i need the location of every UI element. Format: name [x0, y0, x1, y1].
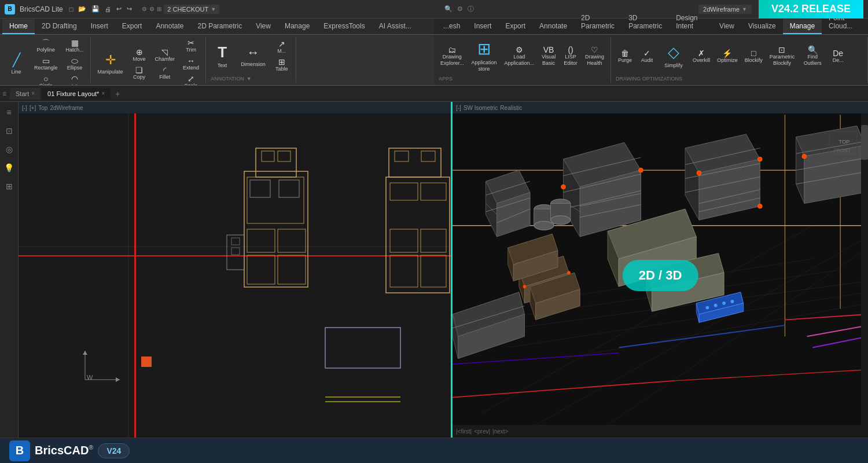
svg-point-120: [567, 271, 571, 274]
fillet-tool[interactable]: ◜ Fillet: [152, 64, 178, 82]
tab-manage-r[interactable]: Manage: [783, 19, 822, 34]
drawing-explorer-icon: 🗂: [448, 46, 456, 54]
tab-view-left[interactable]: View: [249, 19, 278, 34]
vp3d-scrollbar[interactable]: [861, 113, 868, 438]
load-application-tool[interactable]: ⚙ LoadApplication...: [502, 44, 538, 68]
vp2d-wireframe-btn[interactable]: 2dWireframe: [50, 105, 83, 111]
checkout-label: 2 CHECKOUT: [167, 6, 208, 13]
tab-insert-r[interactable]: Insert: [467, 19, 498, 34]
dimension-tool[interactable]: ↔ Dimension: [237, 43, 269, 69]
ribbon-section-draw: ╱ Line ⌒ Polyline ▭ Rectangle ○ Circle: [0, 37, 91, 83]
copy-tool[interactable]: ❏ Copy: [129, 64, 150, 82]
tab-export-r[interactable]: Export: [498, 19, 532, 34]
tab-fixture-layout[interactable]: 01 Fixture Layout* ×: [42, 88, 111, 100]
prev-nav-btn[interactable]: <prev|: [474, 428, 490, 435]
table-tool[interactable]: ⊞ Table: [271, 56, 292, 74]
drawing-explorer-tool[interactable]: 🗂 DrawingExplorer...: [437, 44, 467, 68]
manipulate-tool[interactable]: ✛ Manipulate: [94, 50, 127, 77]
tab-3dparam-r[interactable]: 3D Parametric: [621, 11, 669, 34]
document-tabs: ≡ Start × 01 Fixture Layout* × +: [0, 86, 868, 102]
overkill-tool[interactable]: ✗ Overkill: [690, 47, 713, 65]
visual-basic-tool[interactable]: VB VisualBasic: [538, 44, 559, 68]
de-tool[interactable]: De De...: [827, 47, 848, 65]
tab-2dparam-r[interactable]: 2D Parametric: [574, 11, 621, 34]
close-start-tab[interactable]: ×: [31, 90, 35, 97]
rectangle-tool[interactable]: ▭ Rectangle: [31, 55, 61, 72]
find-outliers-tool[interactable]: 🔍 FindOutliers: [799, 44, 826, 68]
info-icon: ⓘ: [468, 5, 474, 13]
chamfer-tool[interactable]: ◹ Chamfer: [152, 46, 178, 64]
ellipse-tool[interactable]: ⬭ Ellipse: [63, 55, 87, 72]
parametric-blockify-tool[interactable]: ⊡ ParametricBlockify: [767, 44, 798, 68]
tab-express[interactable]: ExpressTools: [317, 19, 372, 34]
open-btn[interactable]: 📂: [76, 4, 88, 14]
print-btn[interactable]: 🖨: [103, 5, 113, 14]
undo-btn[interactable]: ↩: [115, 4, 123, 14]
application-store-tool[interactable]: ⊞ Applicationstore: [468, 37, 501, 75]
drawing-health-tool[interactable]: ♡ DrawingHealth: [582, 44, 607, 68]
extend-tool[interactable]: ↔ Extend: [180, 55, 202, 72]
svg-point-106: [714, 304, 718, 307]
new-btn[interactable]: □: [68, 5, 75, 14]
tab-ai[interactable]: AI Assist...: [372, 19, 418, 34]
tab-visualize[interactable]: Visualize: [741, 19, 783, 34]
blockify-icon: □: [751, 49, 756, 57]
arc-tool[interactable]: ◠ • ○: [63, 73, 87, 86]
simplify-tool[interactable]: ◇ Simplify: [659, 41, 689, 71]
lisp-editor-tool[interactable]: () LISPEditor: [560, 44, 581, 68]
tab-mesh[interactable]: ...esh: [436, 19, 467, 34]
annotation-expand[interactable]: ▼: [247, 76, 252, 82]
save-btn[interactable]: 💾: [90, 4, 101, 14]
tab-start[interactable]: Start ×: [10, 88, 41, 100]
properties-icon[interactable]: ⊡: [3, 124, 15, 138]
svg-point-115: [697, 171, 701, 175]
add-tab-btn[interactable]: +: [112, 88, 123, 100]
close-fixture-tab[interactable]: ×: [101, 90, 105, 97]
move-tool[interactable]: ⊕ Move: [129, 46, 150, 64]
vp3d-scrollbar-thumb[interactable]: [861, 125, 868, 160]
tab-view-r[interactable]: View: [712, 19, 741, 34]
tab-export[interactable]: Export: [115, 19, 149, 34]
tab-annotate[interactable]: Annotate: [149, 19, 190, 34]
blockify-tool[interactable]: □ Blockify: [742, 47, 766, 65]
tab-home[interactable]: Home: [2, 19, 35, 34]
purge-tool[interactable]: 🗑 Purge: [615, 47, 635, 65]
layers-icon[interactable]: ≡: [4, 105, 13, 119]
vp2d-menu-btn[interactable]: [-]: [22, 105, 27, 111]
line-tool[interactable]: ╱ Line: [3, 50, 29, 77]
drawing-svg: W: [19, 113, 451, 438]
vp3d-view-btn[interactable]: SW Isometric: [464, 105, 498, 111]
tab-manage-left[interactable]: Manage: [278, 19, 317, 34]
canvas-2d[interactable]: W: [19, 113, 451, 438]
multileader-tool[interactable]: ↗ M...: [271, 38, 292, 56]
svg-point-116: [757, 157, 762, 161]
tab-insert[interactable]: Insert: [84, 19, 115, 34]
redo-btn[interactable]: ↪: [125, 4, 134, 14]
text-tool[interactable]: T Text: [209, 41, 235, 71]
tab-annotate-r[interactable]: Annotate: [532, 19, 574, 34]
optimize-tool[interactable]: ⚡ Optimize: [714, 47, 741, 65]
line-icon: ╱: [13, 53, 20, 68]
reg-mark: ®: [89, 444, 93, 451]
hatch-tool[interactable]: ▦ Hatch...: [63, 37, 87, 54]
light-icon[interactable]: 💡: [2, 161, 16, 175]
vp2d-zoom-btn[interactable]: [+]: [30, 105, 36, 111]
vp3d-render-btn[interactable]: Realistic: [500, 105, 522, 111]
vp2d-view-btn[interactable]: Top: [38, 105, 47, 111]
trim-tool[interactable]: ✂ Trim: [180, 37, 202, 54]
tab-2d-param[interactable]: 2D Parametric: [190, 19, 249, 34]
scale-tool[interactable]: ⤢ Scale: [180, 73, 202, 86]
tab-2d-drafting[interactable]: 2D Drafting: [35, 19, 84, 34]
audit-tool[interactable]: ✓ Audit: [637, 47, 657, 65]
tab-design-intent[interactable]: Design Intent: [669, 11, 712, 34]
tabs-menu-icon[interactable]: ≡: [2, 90, 6, 98]
view-manager-icon[interactable]: ◎: [3, 142, 15, 156]
apps-label: APPS: [439, 76, 453, 82]
next-nav-btn[interactable]: |next>: [492, 428, 508, 435]
blocks-panel-icon[interactable]: ⊞: [3, 179, 15, 193]
first-nav-btn[interactable]: |<first|: [456, 428, 472, 435]
circle-tool[interactable]: ○ Circle: [31, 73, 61, 86]
vp3d-menu-btn[interactable]: [-]: [456, 105, 461, 111]
polyline-tool[interactable]: ⌒ Polyline: [31, 37, 61, 54]
scene-3d-container[interactable]: TOP FRONT 2D / 3D: [453, 113, 868, 438]
